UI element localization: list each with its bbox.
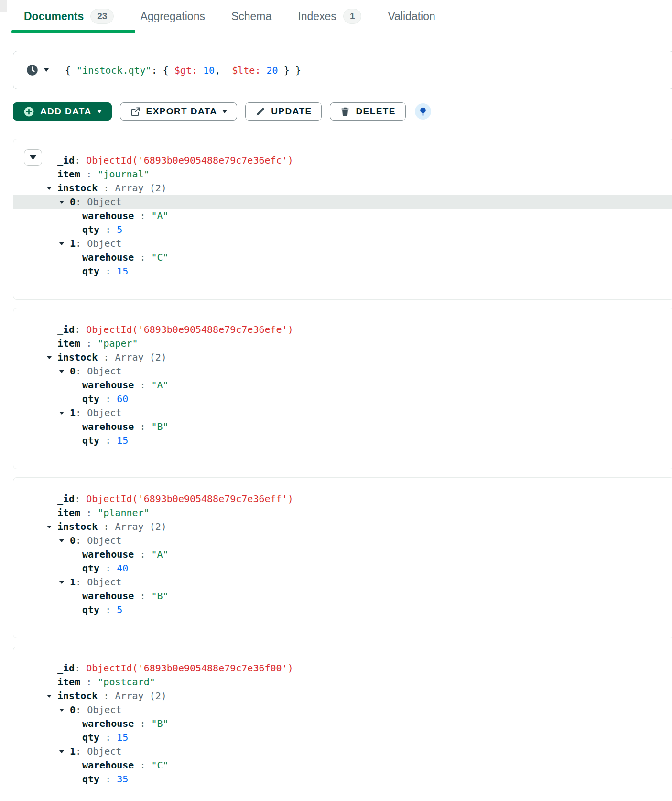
tab-aggregations[interactable]: Aggregations	[140, 0, 205, 33]
collapse-caret-icon[interactable]	[59, 370, 70, 373]
document-row[interactable]: qty : 15	[13, 264, 672, 278]
field-key: instock	[57, 520, 98, 534]
document-row[interactable]: qty : 15	[13, 434, 672, 448]
query-history-button[interactable]	[26, 64, 49, 77]
field-value: "C"	[152, 251, 169, 264]
field-separator: :	[134, 251, 151, 264]
document-row[interactable]: warehouse : "B"	[13, 717, 672, 731]
field-separator: :	[134, 209, 151, 223]
document-row[interactable]: qty : 60	[13, 392, 672, 406]
collapse-caret-icon[interactable]	[59, 412, 70, 415]
document-row[interactable]: warehouse : "A"	[13, 378, 672, 392]
add-data-button[interactable]: ADD DATA	[13, 102, 112, 121]
update-label: UPDATE	[271, 106, 312, 117]
document-row[interactable]: _id: ObjectId('6893b0e905488e79c7e36efe'…	[13, 323, 672, 337]
query-filter-input[interactable]: { "instock.qty": { $gt: 10, $lte: 20 } }	[65, 65, 301, 76]
field-value: 15	[117, 434, 128, 448]
field-key: qty	[82, 561, 99, 575]
chevron-down-icon	[97, 110, 102, 113]
field-value: Object	[87, 575, 121, 589]
document-row[interactable]: _id: ObjectId('6893b0e905488e79c7e36efc'…	[13, 154, 672, 167]
document-row[interactable]: qty : 5	[13, 223, 672, 237]
field-value: "C"	[152, 758, 169, 772]
tab-validation[interactable]: Validation	[388, 0, 435, 33]
document-row[interactable]: instock : Array (2)	[13, 520, 672, 534]
chevron-down-icon	[59, 412, 64, 415]
document-row[interactable]: 0: Object	[13, 364, 672, 378]
field-key: qty	[82, 603, 99, 617]
document-row[interactable]: warehouse : "C"	[13, 758, 672, 772]
document-row[interactable]: 1: Object	[13, 406, 672, 420]
tab-schema[interactable]: Schema	[231, 0, 271, 33]
field-value: "A"	[152, 209, 169, 223]
document-row[interactable]: 0: Object	[13, 195, 672, 209]
scrollbar-corner	[0, 0, 7, 12]
collapse-caret-icon[interactable]	[59, 750, 70, 753]
field-separator: :	[76, 745, 87, 758]
collapse-caret-icon[interactable]	[59, 709, 70, 712]
document-row[interactable]: 1: Object	[13, 237, 672, 251]
document-row[interactable]: warehouse : "B"	[13, 589, 672, 603]
document-row[interactable]: 1: Object	[13, 745, 672, 758]
document-row[interactable]: item : "postcard"	[13, 675, 672, 689]
tab-indexes[interactable]: Indexes1	[298, 0, 361, 33]
document-row[interactable]: warehouse : "B"	[13, 420, 672, 434]
field-value: 60	[117, 392, 128, 406]
field-value: "B"	[152, 420, 169, 434]
document-row[interactable]: warehouse : "A"	[13, 209, 672, 223]
update-button[interactable]: UPDATE	[245, 102, 322, 121]
document-row[interactable]: 1: Object	[13, 575, 672, 589]
document-row[interactable]: qty : 35	[13, 772, 672, 786]
document-row[interactable]: warehouse : "A"	[13, 548, 672, 561]
field-key: item	[57, 675, 80, 689]
document-row[interactable]: item : "paper"	[13, 337, 672, 351]
insights-button[interactable]	[415, 103, 431, 120]
tab-badge: 23	[90, 9, 114, 24]
collapse-caret-icon[interactable]	[47, 187, 57, 190]
field-key: warehouse	[82, 717, 134, 731]
field-value: ObjectId('6893b0e905488e79c7e36efe')	[86, 323, 293, 337]
document-row[interactable]: _id: ObjectId('6893b0e905488e79c7e36f00'…	[13, 661, 672, 675]
collapse-caret-icon[interactable]	[59, 242, 70, 245]
field-separator: :	[80, 506, 98, 520]
field-separator: :	[99, 264, 117, 278]
document-row[interactable]: item : "journal"	[13, 167, 672, 181]
collapse-caret-icon[interactable]	[47, 356, 57, 359]
document-row[interactable]: item : "planner"	[13, 506, 672, 520]
document-row[interactable]: warehouse : "C"	[13, 251, 672, 264]
export-data-button[interactable]: EXPORT DATA	[120, 102, 238, 121]
collapse-caret-icon[interactable]	[59, 539, 70, 542]
delete-button[interactable]: DELETE	[330, 102, 405, 121]
expand-document-button[interactable]	[24, 149, 42, 166]
query-token: : {	[152, 65, 174, 76]
field-key: instock	[57, 689, 98, 703]
document-row[interactable]: qty : 40	[13, 561, 672, 575]
document-row[interactable]: 0: Object	[13, 703, 672, 717]
document-row[interactable]: instock : Array (2)	[13, 351, 672, 364]
chevron-down-icon	[59, 581, 64, 584]
field-separator: :	[76, 575, 87, 589]
document-row[interactable]: qty : 5	[13, 603, 672, 617]
field-key: qty	[82, 264, 99, 278]
collapse-caret-icon[interactable]	[47, 695, 57, 698]
collapse-caret-icon[interactable]	[47, 526, 57, 528]
document-row[interactable]: 0: Object	[13, 534, 672, 548]
field-value: ObjectId('6893b0e905488e79c7e36f00')	[86, 661, 293, 675]
tab-bar: Documents23AggregationsSchemaIndexes1Val…	[0, 0, 672, 33]
document-row[interactable]: _id: ObjectId('6893b0e905488e79c7e36eff'…	[13, 492, 672, 506]
field-value: 15	[117, 731, 128, 745]
document-row[interactable]: instock : Array (2)	[13, 181, 672, 195]
field-separator: :	[134, 378, 151, 392]
query-bar: { "instock.qty": { $gt: 10, $lte: 20 } }	[13, 51, 672, 89]
tab-documents[interactable]: Documents23	[24, 0, 114, 33]
document-row[interactable]: instock : Array (2)	[13, 689, 672, 703]
collapse-caret-icon[interactable]	[59, 201, 70, 204]
document-row[interactable]: qty : 15	[13, 731, 672, 745]
collapse-caret-icon[interactable]	[59, 581, 70, 584]
query-token: 10	[203, 65, 215, 76]
field-key: qty	[82, 223, 99, 237]
plus-circle-icon	[23, 106, 35, 118]
field-value: "A"	[152, 378, 169, 392]
field-value: 5	[117, 603, 122, 617]
query-token: $gt:	[174, 65, 197, 76]
